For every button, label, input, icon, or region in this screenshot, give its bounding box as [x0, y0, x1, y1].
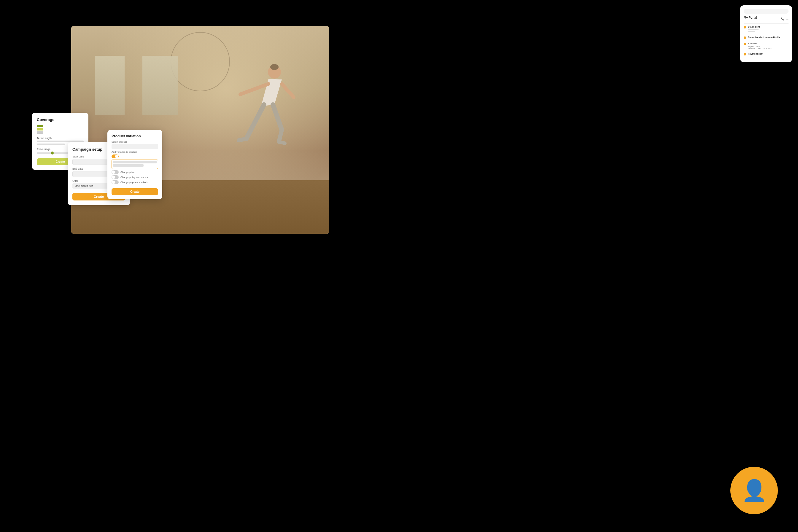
change-policy-row: Change policy documents — [112, 175, 158, 179]
color-bars — [37, 125, 83, 134]
coverage-title: Coverage — [37, 117, 83, 122]
claim-bar-2 — [748, 31, 755, 32]
svg-point-1 — [270, 64, 279, 70]
bar-3 — [37, 131, 43, 134]
portal-title: My Portal — [744, 16, 757, 19]
timeline-item-payment-sent: Payment sent — [744, 53, 788, 56]
product-title: Product variation — [112, 134, 158, 138]
approved-text: Payout: 200€ — [748, 45, 772, 48]
add-variation-toggle-row — [112, 154, 158, 158]
change-price-label: Change price — [120, 171, 135, 173]
timeline-item-approved: Aproved Payout: 200€ Account: 1932. 19. … — [744, 42, 788, 50]
change-payment-row: Change payment methods — [112, 180, 158, 184]
payment-sent-title: Payment sent — [748, 53, 763, 55]
claim-handled-title: Claim handled automatically — [748, 36, 780, 39]
phone-icon[interactable]: 📞 — [781, 18, 784, 20]
term-label: Term Length — [37, 137, 83, 140]
timeline-item-claim-handled: Claim handled automatically — [744, 36, 788, 39]
product-create-button[interactable]: Create — [112, 188, 158, 195]
claim-bar-1 — [748, 29, 759, 30]
avatar-icon: 👤 — [741, 478, 767, 502]
change-policy-toggle[interactable] — [112, 175, 119, 179]
bar-2 — [37, 128, 43, 131]
bar-1 — [37, 125, 43, 127]
add-variation-toggle[interactable] — [112, 154, 119, 158]
timeline-dot-4 — [744, 53, 746, 55]
approved-title: Aproved — [748, 42, 772, 45]
select-product-label: Select product — [112, 140, 158, 143]
timeline-dot-1 — [744, 26, 746, 28]
product-variation-card: Product variation Select product Add var… — [107, 130, 162, 199]
select-product-input[interactable] — [112, 144, 158, 149]
portal-card: My Portal 📞 ☰ Claim sent Claim handled a… — [740, 5, 792, 62]
slider-thumb[interactable] — [51, 152, 54, 154]
timeline-dot-3 — [744, 43, 746, 45]
portal-divider — [744, 23, 788, 24]
approved-account: Account: 1932. 19. 20393. — [748, 48, 772, 50]
change-price-row: Change price — [112, 170, 158, 174]
window-left — [95, 56, 125, 115]
change-payment-label: Change payment methods — [120, 181, 148, 184]
portal-search-bar[interactable] — [744, 9, 788, 14]
add-variation-label: Add variation to product — [112, 151, 158, 153]
variation-line-1 — [113, 161, 156, 164]
menu-icon[interactable]: ☰ — [786, 18, 788, 20]
variation-line-2 — [113, 164, 144, 167]
variation-box[interactable] — [112, 159, 158, 169]
timeline-dot-2 — [744, 37, 746, 39]
change-price-toggle[interactable] — [112, 170, 119, 174]
yoga-person — [222, 56, 305, 180]
change-payment-toggle[interactable] — [112, 180, 119, 184]
window-right — [143, 56, 178, 115]
timeline-item-claim-sent: Claim sent — [744, 25, 788, 33]
change-policy-label: Change policy documents — [120, 176, 148, 178]
term-bar-short — [37, 144, 65, 145]
claim-sent-title: Claim sent — [748, 25, 760, 28]
avatar-circle: 👤 — [730, 467, 778, 514]
ceiling-lamp — [171, 32, 230, 91]
